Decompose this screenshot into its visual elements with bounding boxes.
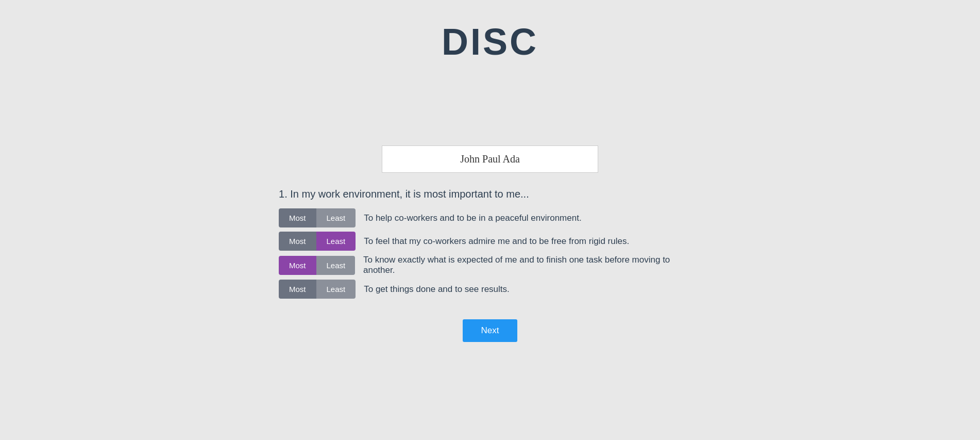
- btn-group-1: Most Least: [279, 208, 356, 227]
- btn-group-4: Most Least: [279, 280, 356, 299]
- least-button-2[interactable]: Least: [316, 232, 356, 251]
- btn-group-2: Most Least: [279, 232, 356, 251]
- most-button-1[interactable]: Most: [279, 208, 316, 227]
- answer-row: Most Least To get things done and to see…: [279, 280, 701, 299]
- answer-row: Most Least To feel that my co-workers ad…: [279, 232, 701, 251]
- btn-group-3: Most Least: [279, 256, 355, 275]
- user-name-box: John Paul Ada: [382, 145, 598, 173]
- least-button-4[interactable]: Least: [316, 280, 356, 299]
- answer-row: Most Least To help co-workers and to be …: [279, 208, 701, 227]
- answer-text-3: To know exactly what is expected of me a…: [363, 255, 701, 275]
- answer-text-2: To feel that my co-workers admire me and…: [364, 236, 629, 247]
- next-button[interactable]: Next: [463, 319, 518, 342]
- answer-text-1: To help co-workers and to be in a peacef…: [364, 213, 581, 223]
- navigation-buttons: Next: [279, 309, 701, 342]
- most-button-2[interactable]: Most: [279, 232, 316, 251]
- page-title: DISC: [442, 21, 538, 63]
- question-title: 1. In my work environment, it is most im…: [279, 188, 701, 200]
- most-button-3[interactable]: Most: [279, 256, 316, 275]
- least-button-1[interactable]: Least: [316, 208, 356, 227]
- main-content: John Paul Ada 1. In my work environment,…: [0, 145, 980, 342]
- question-section: 1. In my work environment, it is most im…: [279, 188, 701, 342]
- answer-row: Most Least To know exactly what is expec…: [279, 255, 701, 275]
- answer-text-4: To get things done and to see results.: [364, 284, 510, 295]
- least-button-3[interactable]: Least: [316, 256, 355, 275]
- most-button-4[interactable]: Most: [279, 280, 316, 299]
